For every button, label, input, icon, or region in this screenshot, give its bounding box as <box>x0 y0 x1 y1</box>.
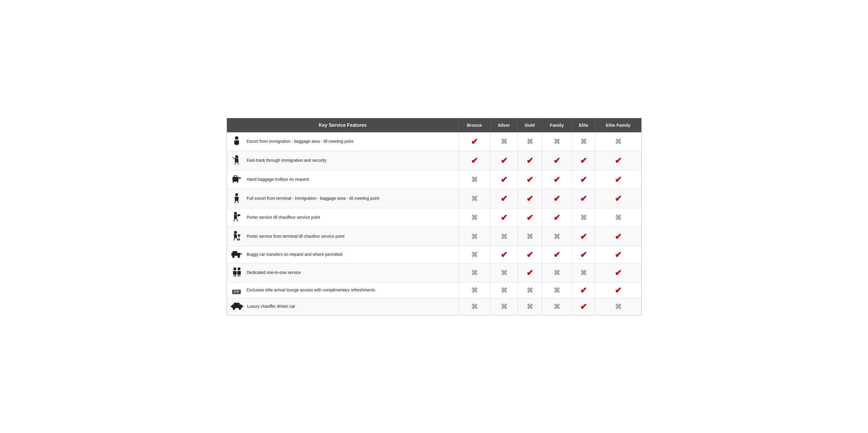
feature-cell-7: Dedicated one-to-one service <box>227 263 459 282</box>
silver-cell-9: ✖ <box>490 298 518 315</box>
checkmark-icon: ✔ <box>471 137 478 146</box>
elite_family-cell-2: ✔ <box>595 170 641 189</box>
bronze-cell-8: ✖ <box>459 282 491 298</box>
family-cell-6: ✔ <box>542 246 572 263</box>
cross-icon: ✖ <box>553 286 560 295</box>
checkmark-icon: ✔ <box>526 250 533 259</box>
svg-rect-12 <box>239 177 241 179</box>
svg-rect-2 <box>236 143 236 145</box>
elite-cell-3: ✔ <box>572 189 595 208</box>
table-row: Luxury chauffer driven car✖✖✖✖✔✖ <box>227 298 641 315</box>
svg-rect-43 <box>239 275 240 277</box>
silver-cell-7: ✖ <box>490 263 518 282</box>
cross-icon: ✖ <box>553 268 560 278</box>
svg-rect-42 <box>238 275 239 277</box>
checkmark-icon: ✔ <box>526 194 533 203</box>
cross-icon: ✖ <box>471 302 478 311</box>
gold-cell-8: ✖ <box>518 282 542 298</box>
feature-cell-6: Buggy car transfers on request and where… <box>227 246 459 263</box>
car-icon <box>231 301 243 312</box>
feature-cell-0: Escort from immigration - baggage area -… <box>227 132 459 151</box>
header-row: Key Service Features Bronze Silver Gold … <box>227 118 641 132</box>
svg-point-34 <box>238 256 240 258</box>
svg-line-26 <box>237 238 238 240</box>
bronze-cell-3: ✖ <box>459 189 491 208</box>
elite-column-header: Elite <box>572 118 595 132</box>
elite-cell-0: ✖ <box>572 132 595 151</box>
svg-line-21 <box>237 219 238 222</box>
cross-icon: ✖ <box>471 213 478 222</box>
svg-rect-3 <box>237 143 238 145</box>
checkmark-icon: ✔ <box>501 175 507 184</box>
silver-cell-1: ✔ <box>490 151 518 170</box>
bronze-cell-5: ✖ <box>459 227 491 246</box>
svg-rect-5 <box>235 159 239 162</box>
svg-point-29 <box>238 239 239 240</box>
cross-icon: ✖ <box>615 137 622 146</box>
feature-cell-5: Porter service from terminal till chaufe… <box>227 227 459 246</box>
svg-rect-41 <box>235 275 236 277</box>
cross-icon: ✖ <box>501 286 507 295</box>
feature-cell-1: Fast-track through immigration and secur… <box>227 151 459 170</box>
feature-text: Buggy car transfers on request and where… <box>247 252 342 258</box>
table-row: Porter service till chauffeur service po… <box>227 208 641 227</box>
cross-icon: ✖ <box>526 302 533 311</box>
porter-icon <box>231 211 243 224</box>
bronze-cell-0: ✔ <box>459 132 491 151</box>
silver-cell-4: ✔ <box>490 208 518 227</box>
svg-rect-35 <box>240 254 242 254</box>
svg-rect-45 <box>234 303 240 306</box>
cross-icon: ✖ <box>471 232 478 241</box>
checkmark-icon: ✔ <box>580 175 587 184</box>
elite-cell-5: ✔ <box>572 227 595 246</box>
elite_family-cell-9: ✖ <box>595 298 641 315</box>
gold-cell-3: ✔ <box>518 189 542 208</box>
checkmark-icon: ✔ <box>615 194 622 203</box>
family-cell-3: ✔ <box>542 189 572 208</box>
elite-cell-8: ✔ <box>572 282 595 298</box>
checkmark-icon: ✔ <box>526 156 533 165</box>
feature-cell-2: Hand baggage trolleys on request <box>227 170 459 189</box>
feature-text: Luxury chauffer driven car <box>247 304 296 310</box>
gold-cell-2: ✔ <box>518 170 542 189</box>
family-cell-2: ✔ <box>542 170 572 189</box>
cross-icon: ✖ <box>580 268 587 278</box>
elite-family-column-header: Elite Family <box>595 118 641 132</box>
svg-rect-1 <box>234 140 239 145</box>
silver-cell-6: ✔ <box>490 246 518 263</box>
cross-icon: ✖ <box>501 137 507 146</box>
table-row: Porter service from terminal till chaufe… <box>227 227 641 246</box>
checkmark-icon: ✔ <box>580 156 587 165</box>
family-cell-7: ✖ <box>542 263 572 282</box>
cross-icon: ✖ <box>471 268 478 278</box>
svg-point-13 <box>235 193 238 196</box>
comparison-table: Key Service Features Bronze Silver Gold … <box>226 118 642 315</box>
elite-cell-6: ✔ <box>572 246 595 263</box>
cross-icon: ✖ <box>553 232 560 241</box>
feature-text: Full escort from terminal - immigration … <box>247 196 379 202</box>
cross-icon: ✖ <box>526 286 533 295</box>
table-row: VIPExclusive elite arrival lounge access… <box>227 282 641 298</box>
cross-icon: ✖ <box>501 268 507 278</box>
cross-icon: ✖ <box>471 175 478 184</box>
cross-icon: ✖ <box>526 137 533 146</box>
svg-point-37 <box>238 267 241 270</box>
luggage-icon <box>231 173 243 186</box>
feature-column-header: Key Service Features <box>227 118 459 132</box>
svg-line-17 <box>238 201 239 203</box>
checkmark-icon: ✔ <box>553 250 560 259</box>
table-row: Hand baggage trolleys on request✖✔✔✔✔✔ <box>227 170 641 189</box>
checkmark-icon: ✔ <box>501 156 507 165</box>
svg-rect-19 <box>234 215 237 219</box>
table-row: Dedicated one-to-one service✖✖✔✖✖✔ <box>227 263 641 282</box>
cross-icon: ✖ <box>471 286 478 295</box>
family-cell-5: ✖ <box>542 227 572 246</box>
feature-text: Hand baggage trolleys on request <box>247 177 309 182</box>
svg-rect-27 <box>238 234 240 236</box>
fullescort-icon <box>231 192 243 205</box>
silver-cell-3: ✔ <box>490 189 518 208</box>
checkmark-icon: ✔ <box>580 286 587 295</box>
checkmark-icon: ✔ <box>615 286 622 295</box>
cross-icon: ✖ <box>615 213 622 222</box>
vip-icon: VIP <box>231 286 243 295</box>
